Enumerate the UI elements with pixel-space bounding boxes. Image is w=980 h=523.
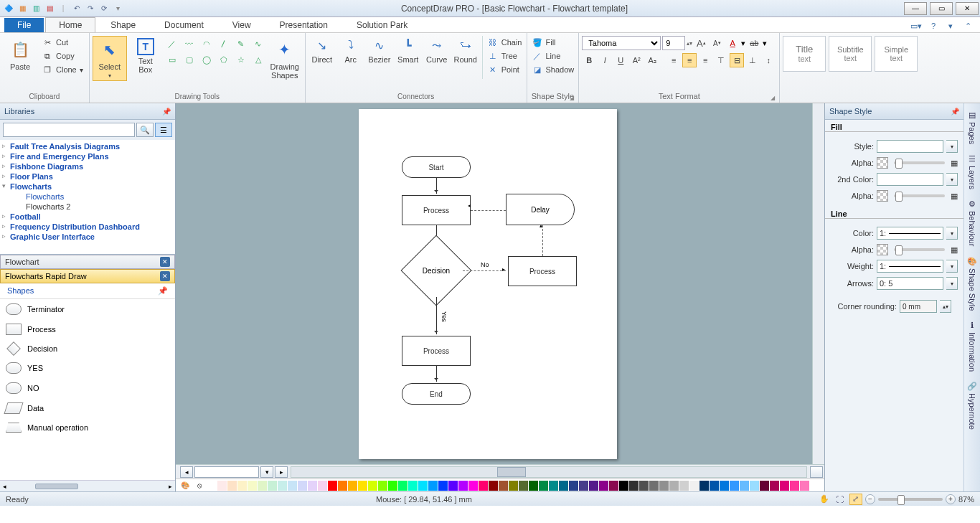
- palette-swatch[interactable]: [800, 481, 810, 491]
- shape-data[interactable]: Data: [0, 398, 175, 418]
- copy-button[interactable]: ⧉Copy: [39, 50, 86, 62]
- tab-home[interactable]: Home: [45, 17, 95, 32]
- page-prev-button[interactable]: ◂: [180, 466, 193, 478]
- tool-star-icon[interactable]: ☆: [235, 53, 248, 66]
- qat-redo-icon[interactable]: ↷: [85, 3, 96, 14]
- hscroll-tool[interactable]: [810, 466, 823, 478]
- palette-swatch[interactable]: [378, 481, 388, 491]
- left-hscroll[interactable]: ◂▸: [0, 480, 175, 491]
- align-center-button[interactable]: ≡: [682, 53, 697, 67]
- node-delay[interactable]: Delay: [506, 194, 575, 225]
- palette-swatch[interactable]: [308, 481, 318, 491]
- page-select[interactable]: [194, 466, 259, 478]
- shape-process[interactable]: Process: [0, 319, 175, 339]
- palette-swatch[interactable]: [438, 481, 448, 491]
- tree-node[interactable]: Football: [0, 212, 175, 222]
- strike-button[interactable]: ab: [747, 36, 761, 50]
- tree-node[interactable]: Floor Plans: [0, 171, 175, 182]
- palette-swatch[interactable]: [489, 481, 499, 491]
- tool-spline-icon[interactable]: ∿: [252, 37, 265, 50]
- tool-poly2-icon[interactable]: ⬠: [217, 53, 230, 66]
- align-top-button[interactable]: ⊤: [714, 53, 728, 67]
- palette-swatch[interactable]: [258, 481, 268, 491]
- rtab-hypernote[interactable]: 🔗Hypernote: [966, 377, 979, 434]
- line-button[interactable]: ／Line: [530, 50, 576, 62]
- textformat-expand-icon[interactable]: ◢: [771, 95, 775, 101]
- qat-new-icon[interactable]: ▦: [17, 3, 28, 14]
- fill-alpha-slider[interactable]: [894, 161, 945, 164]
- tool-free-icon[interactable]: ✎: [235, 37, 248, 50]
- fill-alpha2-slider[interactable]: [894, 194, 945, 197]
- qat-refresh-icon[interactable]: ⟳: [98, 3, 110, 14]
- palette-swatch[interactable]: [599, 481, 609, 491]
- palette-swatch[interactable]: [579, 481, 589, 491]
- connector-curve[interactable]: ⤳Curve: [423, 36, 451, 64]
- font-size-input[interactable]: [662, 36, 685, 50]
- page-dropdown-button[interactable]: ▾: [260, 466, 273, 478]
- spinner-icon[interactable]: ▴▾: [940, 300, 951, 313]
- hand-tool-icon[interactable]: ✋: [818, 494, 831, 505]
- page-next-button[interactable]: ▸: [275, 466, 288, 478]
- stack-flowchart[interactable]: Flowchart✕: [0, 255, 175, 269]
- rtab-behaviour[interactable]: ⚙Behaviour: [966, 195, 978, 251]
- palette-swatch[interactable]: [408, 481, 418, 491]
- stylecard-subtitle[interactable]: Subtitletext: [829, 36, 872, 72]
- palette-swatch[interactable]: [629, 481, 639, 491]
- zoom-out-button[interactable]: −: [865, 494, 875, 504]
- palette-swatch[interactable]: [288, 481, 298, 491]
- palette-swatch[interactable]: [740, 481, 750, 491]
- rtab-layers[interactable]: ☰Layers: [966, 150, 978, 194]
- align-left-button[interactable]: ≡: [666, 53, 681, 67]
- shape-no[interactable]: NO: [0, 378, 175, 398]
- palette-swatch[interactable]: [458, 481, 468, 491]
- align-middle-button[interactable]: ⊟: [730, 53, 744, 67]
- palette-swatch[interactable]: [730, 481, 740, 491]
- connector-arc[interactable]: ⤵Arc: [337, 36, 364, 64]
- palette-swatch[interactable]: [790, 481, 800, 491]
- shape-terminator[interactable]: Terminator: [0, 299, 175, 319]
- palette-swatch[interactable]: [338, 481, 348, 491]
- palette-swatch[interactable]: [539, 481, 549, 491]
- paste-button[interactable]: 📋 Paste: [3, 36, 37, 73]
- corner-rounding-field[interactable]: 0 mm: [900, 300, 937, 313]
- chain-button[interactable]: ⛓Chain: [486, 36, 524, 49]
- palette-swatch[interactable]: [227, 481, 237, 491]
- palette-swatch[interactable]: [609, 481, 619, 491]
- dropdown-icon[interactable]: ▾: [946, 260, 958, 273]
- rtab-information[interactable]: ℹInformation: [966, 316, 978, 376]
- caret-down-icon[interactable]: ▾: [944, 19, 957, 32]
- window-list-icon[interactable]: ▭▾: [910, 19, 923, 32]
- close-icon[interactable]: ✕: [160, 271, 170, 281]
- palette-swatch[interactable]: [448, 481, 458, 491]
- line-alpha-slider[interactable]: [894, 248, 945, 251]
- tab-presentation[interactable]: Presentation: [266, 17, 341, 32]
- zoom-in-button[interactable]: +: [946, 494, 956, 504]
- rtab-pages[interactable]: ▤Pages: [966, 106, 978, 149]
- tool-ellipse-icon[interactable]: ◯: [200, 53, 213, 66]
- close-button[interactable]: ✕: [956, 2, 979, 15]
- palette-swatch[interactable]: [519, 481, 529, 491]
- pin-icon[interactable]: 📌: [162, 108, 171, 116]
- palette-swatch[interactable]: [569, 481, 579, 491]
- tree-node[interactable]: Graphic User Interface: [0, 232, 175, 242]
- align-right-button[interactable]: ≡: [698, 53, 712, 67]
- palette-swatch[interactable]: [398, 481, 408, 491]
- rtab-shape-style[interactable]: 🎨Shape Style: [966, 253, 979, 315]
- palette-swatch[interactable]: [669, 481, 679, 491]
- palette-swatch[interactable]: [328, 481, 338, 491]
- close-icon[interactable]: ✕: [160, 257, 170, 267]
- palette-swatch[interactable]: [509, 481, 519, 491]
- shape-decision[interactable]: Decision: [0, 339, 175, 358]
- palette-swatch[interactable]: [689, 481, 699, 491]
- line-color-field[interactable]: 1:: [877, 227, 943, 240]
- tool-poly-icon[interactable]: 〳: [217, 37, 230, 50]
- arrows-field[interactable]: 0: 5: [877, 277, 943, 290]
- palette-swatch[interactable]: [639, 481, 649, 491]
- palette-swatch[interactable]: [298, 481, 308, 491]
- tool-arc-icon[interactable]: ◠: [200, 37, 213, 50]
- maximize-button[interactable]: ▭: [930, 2, 953, 15]
- font-family-select[interactable]: Tahoma: [582, 36, 661, 50]
- tree-button[interactable]: ⊥Tree: [486, 50, 524, 62]
- qat-open-icon[interactable]: ▥: [30, 3, 42, 14]
- palette-swatch[interactable]: [368, 481, 378, 491]
